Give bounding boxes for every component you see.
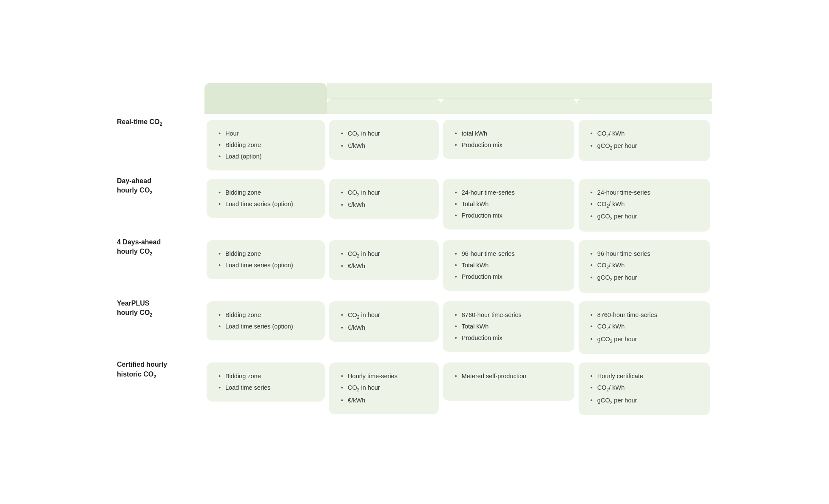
netload-cell-yearplus: 8760-hour time-seriesCO2/ kWhgCO2 per ho… (576, 299, 712, 357)
api-inner-yearplus: Bidding zoneLoad time series (option) (207, 301, 325, 340)
list-item: Production mix (455, 211, 562, 220)
netload-inner-dayahead: 24-hour time-seriesCO2/ kWhgCO2 per hour (579, 179, 710, 232)
netload-cell-dayahead: 24-hour time-seriesCO2/ kWhgCO2 per hour (576, 176, 712, 234)
list-item: €/kWh (341, 142, 427, 150)
table-row: 4 Days-aheadhourly CO2Bidding zoneLoad t… (117, 238, 712, 295)
self-cell-dayahead: 24-hour time-seriesTotal kWhProduction m… (441, 176, 576, 234)
list-item: Load time series (option) (219, 261, 313, 270)
spacer-row (117, 173, 712, 176)
list-item: CO2/ kWh (591, 129, 698, 139)
grid-cell-4daysahead: CO2 in hour€/kWh (327, 238, 441, 295)
list-item: €/kWh (341, 262, 427, 271)
netload-cell-realtime: CO2/ kWhgCO2 per hour (576, 117, 712, 173)
self-inner-certified: Metered self-production (443, 362, 574, 401)
spacer-row (117, 295, 712, 299)
trace-api-header (327, 83, 712, 99)
row-label-certified: Certified hourlyhistoric CO2 (117, 360, 204, 418)
spacer-row (117, 114, 712, 117)
self-inner-realtime: total kWhProduction mix (443, 120, 574, 159)
table-row: Day-aheadhourly CO2Bidding zoneLoad time… (117, 176, 712, 234)
self-inner-4daysahead: 96-hour time-seriesTotal kWhProduction m… (443, 240, 574, 291)
grid-cell-yearplus: CO2 in hour€/kWh (327, 299, 441, 357)
empty-header-top (117, 83, 204, 99)
list-item: CO2/ kWh (591, 322, 698, 332)
list-item: CO2 in hour (341, 129, 427, 139)
api-inner-4daysahead: Bidding zoneLoad time series (option) (207, 240, 325, 279)
row-label-4daysahead: 4 Days-aheadhourly CO2 (117, 238, 204, 295)
netload-inner-realtime: CO2/ kWhgCO2 per hour (579, 120, 710, 161)
row-label-yearplus: YearPLUShourly CO2 (117, 299, 204, 357)
list-item: Metered self-production (455, 372, 562, 381)
grid-cell-dayahead: CO2 in hour€/kWh (327, 176, 441, 234)
list-item: Production mix (455, 141, 562, 150)
list-item: gCO2 per hour (591, 335, 698, 345)
list-item: Bidding zone (219, 311, 313, 320)
list-item: Total kWh (455, 322, 562, 331)
header-row-top (117, 83, 712, 99)
api-inner-certified: Bidding zoneLoad time series (207, 362, 325, 402)
list-item: CO2/ kWh (591, 383, 698, 394)
list-item: Production mix (455, 334, 562, 343)
list-item: CO2/ kWh (591, 261, 698, 271)
table-row: Real-time CO2HourBidding zoneLoad (optio… (117, 117, 712, 173)
list-item: gCO2 per hour (591, 142, 698, 152)
list-item: €/kWh (341, 323, 427, 332)
list-item: gCO2 per hour (591, 396, 698, 406)
list-item: total kWh (455, 129, 562, 138)
api-cell-certified: Bidding zoneLoad time series (204, 360, 327, 418)
grid-cell-realtime: CO2 in hour€/kWh (327, 117, 441, 173)
list-item: Hour (219, 129, 313, 138)
grid-inner-4daysahead: CO2 in hour€/kWh (329, 240, 439, 280)
list-item: 24-hour time-series (455, 188, 562, 197)
api-cell-4daysahead: Bidding zoneLoad time series (option) (204, 238, 327, 295)
api-inner-realtime: HourBidding zoneLoad (option) (207, 120, 325, 170)
list-item: CO2 in hour (341, 249, 427, 260)
table-row: Certified hourlyhistoric CO2Bidding zone… (117, 360, 712, 418)
spacer-row (117, 234, 712, 238)
grid-header (327, 99, 441, 114)
table-row: YearPLUShourly CO2Bidding zoneLoad time … (117, 299, 712, 357)
self-cell-4daysahead: 96-hour time-seriesTotal kWhProduction m… (441, 238, 576, 295)
list-item: Bidding zone (219, 372, 313, 381)
list-item: Bidding zone (219, 141, 313, 150)
api-inner-dayahead: Bidding zoneLoad time series (option) (207, 179, 325, 218)
grid-inner-certified: Hourly time-seriesCO2 in hour€/kWh (329, 362, 439, 414)
list-item: Bidding zone (219, 249, 313, 258)
grid-inner-dayahead: CO2 in hour€/kWh (329, 179, 439, 219)
list-item: Hourly time-series (341, 372, 427, 381)
list-item: Load time series (219, 383, 313, 392)
netload-cell-certified: Hourly certificateCO2/ kWhgCO2 per hour (576, 360, 712, 418)
grid-inner-yearplus: CO2 in hour€/kWh (329, 301, 439, 342)
netload-header (576, 99, 712, 114)
api-request-sub-header (204, 99, 327, 114)
self-production-header (441, 99, 576, 114)
netload-inner-certified: Hourly certificateCO2/ kWhgCO2 per hour (579, 362, 710, 415)
spacer-row-bottom (117, 418, 712, 421)
list-item: Load (option) (219, 152, 313, 161)
list-item: 96-hour time-series (591, 249, 698, 258)
self-cell-realtime: total kWhProduction mix (441, 117, 576, 173)
row-label-realtime: Real-time CO2 (117, 117, 204, 173)
list-item: CO2/ kWh (591, 200, 698, 210)
self-inner-yearplus: 8760-hour time-seriesTotal kWhProduction… (443, 301, 574, 352)
list-item: 24-hour time-series (591, 188, 698, 197)
netload-inner-4daysahead: 96-hour time-seriesCO2/ kWhgCO2 per hour (579, 240, 710, 293)
empty-header-sub (117, 99, 204, 114)
list-item: 8760-hour time-series (455, 311, 562, 320)
netload-inner-yearplus: 8760-hour time-seriesCO2/ kWhgCO2 per ho… (579, 301, 710, 354)
api-cell-dayahead: Bidding zoneLoad time series (option) (204, 176, 327, 234)
list-item: gCO2 per hour (591, 212, 698, 222)
comparison-table: Real-time CO2HourBidding zoneLoad (optio… (117, 83, 712, 422)
self-cell-yearplus: 8760-hour time-seriesTotal kWhProduction… (441, 299, 576, 357)
list-item: CO2 in hour (341, 383, 427, 394)
list-item: Load time series (option) (219, 322, 313, 331)
list-item: CO2 in hour (341, 311, 427, 321)
list-item: 96-hour time-series (455, 249, 562, 258)
list-item: Production mix (455, 272, 562, 281)
list-item: Bidding zone (219, 188, 313, 197)
spacer-row (117, 357, 712, 360)
table-body: Real-time CO2HourBidding zoneLoad (optio… (117, 114, 712, 422)
api-cell-yearplus: Bidding zoneLoad time series (option) (204, 299, 327, 357)
list-item: CO2 in hour (341, 188, 427, 198)
main-table-wrapper: Real-time CO2HourBidding zoneLoad (optio… (117, 83, 712, 422)
